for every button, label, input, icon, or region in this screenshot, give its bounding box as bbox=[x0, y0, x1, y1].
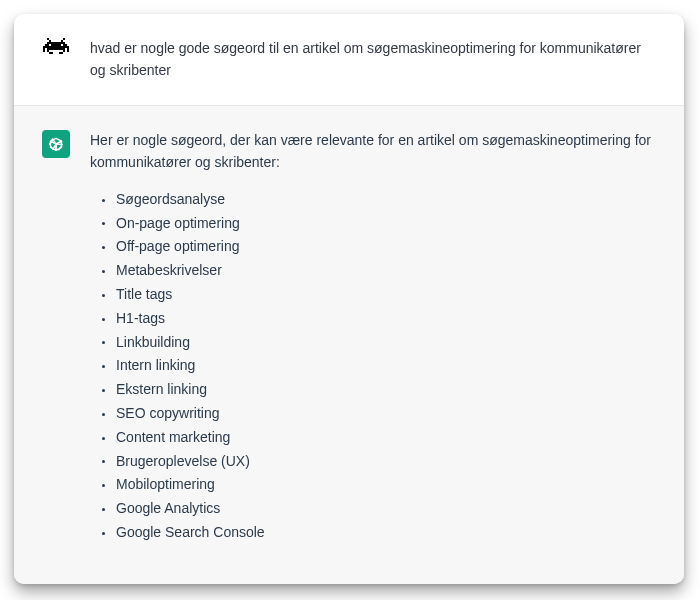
svg-rect-0 bbox=[47, 38, 49, 40]
user-message-block: hvad er nogle gode søgeord til en artike… bbox=[14, 14, 684, 106]
svg-rect-16 bbox=[49, 52, 53, 54]
user-avatar bbox=[42, 38, 70, 66]
svg-rect-5 bbox=[45, 44, 49, 46]
svg-rect-2 bbox=[49, 40, 51, 42]
keyword-item: Linkbuilding bbox=[104, 331, 656, 355]
svg-rect-12 bbox=[43, 50, 45, 52]
svg-rect-10 bbox=[47, 48, 65, 50]
keyword-item: Google Analytics bbox=[104, 497, 656, 521]
keyword-item: Content marketing bbox=[104, 426, 656, 450]
svg-rect-13 bbox=[47, 50, 49, 52]
keyword-item: Google Search Console bbox=[104, 521, 656, 545]
svg-rect-11 bbox=[67, 48, 69, 50]
openai-logo-icon bbox=[42, 130, 70, 158]
svg-rect-8 bbox=[43, 46, 69, 48]
assistant-message-body: Her er nogle søgeord, der kan være relev… bbox=[90, 130, 656, 560]
keyword-item: On-page optimering bbox=[104, 212, 656, 236]
svg-rect-7 bbox=[63, 44, 67, 46]
assistant-avatar bbox=[42, 130, 70, 158]
keyword-list: SøgeordsanalyseOn-page optimeringOff-pag… bbox=[90, 188, 656, 545]
svg-rect-15 bbox=[67, 50, 69, 52]
keyword-item: H1-tags bbox=[104, 307, 656, 331]
keyword-item: Søgeordsanalyse bbox=[104, 188, 656, 212]
svg-rect-9 bbox=[43, 48, 45, 50]
svg-rect-3 bbox=[61, 40, 63, 42]
svg-rect-1 bbox=[63, 38, 65, 40]
keyword-item: Ekstern linking bbox=[104, 378, 656, 402]
keyword-item: SEO copywriting bbox=[104, 402, 656, 426]
keyword-item: Metabeskrivelser bbox=[104, 259, 656, 283]
svg-rect-17 bbox=[59, 52, 63, 54]
svg-rect-14 bbox=[63, 50, 65, 52]
assistant-intro-text: Her er nogle søgeord, der kan være relev… bbox=[90, 130, 656, 173]
keyword-item: Brugeroplevelse (UX) bbox=[104, 450, 656, 474]
space-invader-icon bbox=[43, 38, 69, 60]
assistant-message-block: Her er nogle søgeord, der kan være relev… bbox=[14, 106, 684, 584]
keyword-item: Mobiloptimering bbox=[104, 473, 656, 497]
keyword-item: Intern linking bbox=[104, 354, 656, 378]
svg-rect-6 bbox=[51, 44, 61, 46]
keyword-item: Off-page optimering bbox=[104, 235, 656, 259]
svg-rect-4 bbox=[47, 42, 65, 44]
user-message-text: hvad er nogle gode søgeord til en artike… bbox=[90, 38, 656, 81]
keyword-item: Title tags bbox=[104, 283, 656, 307]
chat-card: hvad er nogle gode søgeord til en artike… bbox=[14, 14, 684, 584]
